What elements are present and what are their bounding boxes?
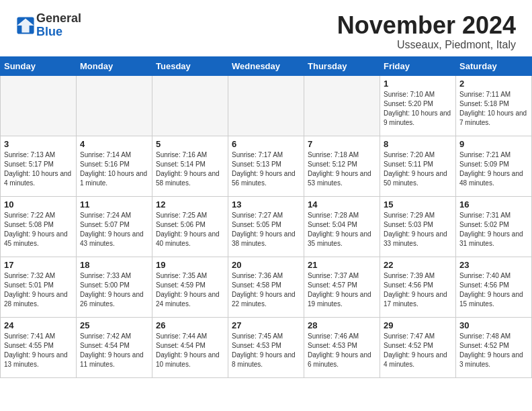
day-number: 6	[232, 139, 300, 149]
day-number: 28	[308, 320, 376, 330]
day-number: 16	[459, 199, 528, 210]
day-number: 15	[384, 199, 452, 210]
day-info: Sunrise: 7:37 AM Sunset: 4:57 PM Dayligh…	[308, 271, 376, 309]
day-info: Sunrise: 7:10 AM Sunset: 5:20 PM Dayligh…	[384, 90, 452, 128]
day-number: 2	[459, 79, 528, 89]
day-info: Sunrise: 7:39 AM Sunset: 4:56 PM Dayligh…	[384, 271, 452, 309]
calendar-cell: 1Sunrise: 7:10 AM Sunset: 5:20 PM Daylig…	[380, 75, 456, 136]
day-info: Sunrise: 7:18 AM Sunset: 5:12 PM Dayligh…	[308, 150, 376, 188]
day-info: Sunrise: 7:47 AM Sunset: 4:52 PM Dayligh…	[384, 332, 452, 369]
day-info: Sunrise: 7:17 AM Sunset: 5:13 PM Dayligh…	[232, 150, 300, 188]
calendar-cell: 14Sunrise: 7:28 AM Sunset: 5:04 PM Dayli…	[304, 196, 380, 257]
calendar-cell: 28Sunrise: 7:46 AM Sunset: 4:53 PM Dayli…	[304, 317, 380, 377]
day-info: Sunrise: 7:35 AM Sunset: 4:59 PM Dayligh…	[156, 271, 224, 309]
day-info: Sunrise: 7:25 AM Sunset: 5:06 PM Dayligh…	[156, 211, 224, 248]
day-number: 26	[156, 320, 224, 330]
calendar-cell: 27Sunrise: 7:45 AM Sunset: 4:53 PM Dayli…	[228, 317, 304, 377]
calendar-cell: 10Sunrise: 7:22 AM Sunset: 5:08 PM Dayli…	[1, 196, 77, 257]
calendar-cell: 30Sunrise: 7:48 AM Sunset: 4:52 PM Dayli…	[456, 317, 532, 377]
day-info: Sunrise: 7:16 AM Sunset: 5:14 PM Dayligh…	[156, 150, 224, 188]
day-info: Sunrise: 7:28 AM Sunset: 5:04 PM Dayligh…	[308, 211, 376, 248]
logo-blue-text: Blue	[36, 25, 62, 38]
logo-icon	[16, 16, 35, 35]
day-number: 29	[384, 320, 452, 330]
day-info: Sunrise: 7:46 AM Sunset: 4:53 PM Dayligh…	[308, 332, 376, 369]
calendar-table: SundayMondayTuesdayWednesdayThursdayFrid…	[0, 56, 532, 378]
weekday-header-friday: Friday	[380, 56, 456, 75]
day-number: 12	[156, 199, 224, 210]
day-number: 13	[232, 199, 300, 210]
day-info: Sunrise: 7:22 AM Sunset: 5:08 PM Dayligh…	[4, 211, 73, 248]
weekday-header-tuesday: Tuesday	[152, 56, 228, 75]
calendar-cell: 9Sunrise: 7:21 AM Sunset: 5:09 PM Daylig…	[456, 136, 532, 196]
weekday-header-monday: Monday	[77, 56, 152, 75]
weekday-header-thursday: Thursday	[304, 56, 380, 75]
month-title: November 2024	[337, 12, 516, 39]
day-number: 18	[80, 260, 148, 270]
day-info: Sunrise: 7:41 AM Sunset: 4:55 PM Dayligh…	[4, 332, 73, 369]
calendar-week-row: 1Sunrise: 7:10 AM Sunset: 5:20 PM Daylig…	[1, 75, 532, 136]
title-area: November 2024 Usseaux, Piedmont, Italy	[337, 12, 516, 51]
day-info: Sunrise: 7:20 AM Sunset: 5:11 PM Dayligh…	[384, 150, 452, 188]
calendar-week-row: 10Sunrise: 7:22 AM Sunset: 5:08 PM Dayli…	[1, 196, 532, 257]
calendar-cell: 7Sunrise: 7:18 AM Sunset: 5:12 PM Daylig…	[304, 136, 380, 196]
day-number: 1	[384, 79, 452, 89]
calendar-cell	[1, 75, 77, 136]
logo-general-text: General	[36, 11, 81, 25]
calendar-cell: 19Sunrise: 7:35 AM Sunset: 4:59 PM Dayli…	[152, 257, 228, 317]
day-number: 27	[232, 320, 300, 330]
day-number: 22	[384, 260, 452, 270]
day-number: 14	[308, 199, 376, 210]
calendar-cell	[152, 75, 228, 136]
day-info: Sunrise: 7:40 AM Sunset: 4:56 PM Dayligh…	[459, 271, 528, 309]
day-info: Sunrise: 7:45 AM Sunset: 4:53 PM Dayligh…	[232, 332, 300, 369]
calendar-cell: 23Sunrise: 7:40 AM Sunset: 4:56 PM Dayli…	[456, 257, 532, 317]
day-number: 20	[232, 260, 300, 270]
calendar-cell: 2Sunrise: 7:11 AM Sunset: 5:18 PM Daylig…	[456, 75, 532, 136]
day-info: Sunrise: 7:11 AM Sunset: 5:18 PM Dayligh…	[459, 90, 528, 128]
day-info: Sunrise: 7:21 AM Sunset: 5:09 PM Dayligh…	[459, 150, 528, 188]
day-info: Sunrise: 7:48 AM Sunset: 4:52 PM Dayligh…	[459, 332, 528, 369]
day-number: 30	[459, 320, 528, 330]
calendar-cell: 13Sunrise: 7:27 AM Sunset: 5:05 PM Dayli…	[228, 196, 304, 257]
day-info: Sunrise: 7:36 AM Sunset: 4:58 PM Dayligh…	[232, 271, 300, 309]
calendar-cell	[304, 75, 380, 136]
calendar-cell: 25Sunrise: 7:42 AM Sunset: 4:54 PM Dayli…	[77, 317, 152, 377]
day-info: Sunrise: 7:13 AM Sunset: 5:17 PM Dayligh…	[4, 150, 73, 188]
calendar-cell: 11Sunrise: 7:24 AM Sunset: 5:07 PM Dayli…	[77, 196, 152, 257]
calendar-cell: 21Sunrise: 7:37 AM Sunset: 4:57 PM Dayli…	[304, 257, 380, 317]
calendar-cell: 20Sunrise: 7:36 AM Sunset: 4:58 PM Dayli…	[228, 257, 304, 317]
header: General Blue November 2024 Usseaux, Pied…	[0, 0, 532, 56]
day-number: 11	[80, 199, 148, 210]
calendar-cell: 12Sunrise: 7:25 AM Sunset: 5:06 PM Dayli…	[152, 196, 228, 257]
weekday-header-row: SundayMondayTuesdayWednesdayThursdayFrid…	[1, 56, 532, 75]
calendar-cell: 5Sunrise: 7:16 AM Sunset: 5:14 PM Daylig…	[152, 136, 228, 196]
day-info: Sunrise: 7:31 AM Sunset: 5:02 PM Dayligh…	[459, 211, 528, 248]
day-number: 25	[80, 320, 148, 330]
weekday-header-saturday: Saturday	[456, 56, 532, 75]
calendar-cell: 26Sunrise: 7:44 AM Sunset: 4:54 PM Dayli…	[152, 317, 228, 377]
day-number: 21	[308, 260, 376, 270]
calendar-cell: 29Sunrise: 7:47 AM Sunset: 4:52 PM Dayli…	[380, 317, 456, 377]
day-info: Sunrise: 7:27 AM Sunset: 5:05 PM Dayligh…	[232, 211, 300, 248]
day-info: Sunrise: 7:32 AM Sunset: 5:01 PM Dayligh…	[4, 271, 73, 309]
calendar-cell: 6Sunrise: 7:17 AM Sunset: 5:13 PM Daylig…	[228, 136, 304, 196]
calendar-cell	[228, 75, 304, 136]
calendar-cell: 3Sunrise: 7:13 AM Sunset: 5:17 PM Daylig…	[1, 136, 77, 196]
day-number: 3	[4, 139, 73, 149]
day-number: 5	[156, 139, 224, 149]
day-number: 19	[156, 260, 224, 270]
day-number: 17	[4, 260, 73, 270]
day-number: 8	[384, 139, 452, 149]
day-info: Sunrise: 7:24 AM Sunset: 5:07 PM Dayligh…	[80, 211, 148, 248]
weekday-header-wednesday: Wednesday	[228, 56, 304, 75]
calendar-week-row: 24Sunrise: 7:41 AM Sunset: 4:55 PM Dayli…	[1, 317, 532, 377]
calendar-cell: 16Sunrise: 7:31 AM Sunset: 5:02 PM Dayli…	[456, 196, 532, 257]
calendar-cell: 4Sunrise: 7:14 AM Sunset: 5:16 PM Daylig…	[77, 136, 152, 196]
day-info: Sunrise: 7:14 AM Sunset: 5:16 PM Dayligh…	[80, 150, 148, 188]
day-info: Sunrise: 7:33 AM Sunset: 5:00 PM Dayligh…	[80, 271, 148, 309]
logo: General Blue	[16, 12, 81, 39]
day-number: 23	[459, 260, 528, 270]
location-subtitle: Usseaux, Piedmont, Italy	[337, 39, 516, 51]
day-number: 9	[459, 139, 528, 149]
